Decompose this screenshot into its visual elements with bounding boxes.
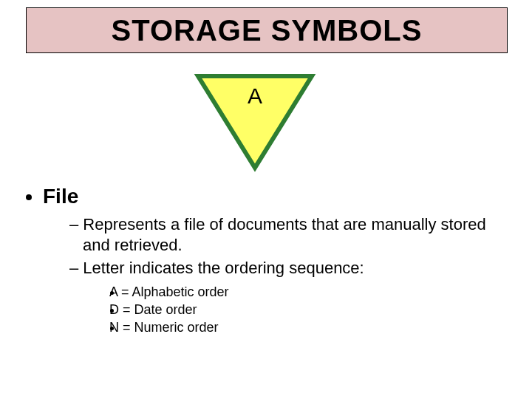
bullet-list-level1: File Represents a file of documents that… [22, 185, 510, 336]
bullet-list-level3: A = Alphabetic order D = Date order N = … [83, 283, 510, 337]
bullet-represents: Represents a file of documents that are … [69, 214, 510, 255]
symbol-letter: A [192, 83, 318, 109]
bullet-list-level2: Represents a file of documents that are … [43, 214, 510, 336]
bullet-file-label: File [43, 185, 78, 208]
bullet-order-n: N = Numeric order [123, 318, 510, 336]
bullet-file: File Represents a file of documents that… [43, 185, 510, 336]
slide: STORAGE SYMBOLS A File Represents a file… [0, 0, 532, 399]
bullet-letter-indicates-label: Letter indicates the ordering sequence: [83, 259, 364, 277]
bullet-order-d: D = Date order [123, 301, 510, 318]
slide-title: STORAGE SYMBOLS [112, 14, 423, 47]
title-box: STORAGE SYMBOLS [26, 7, 508, 53]
file-symbol: A [192, 70, 318, 174]
bullet-order-a: A = Alphabetic order [123, 283, 510, 301]
content-area: File Represents a file of documents that… [22, 185, 510, 341]
bullet-letter-indicates: Letter indicates the ordering sequence: … [69, 258, 510, 336]
